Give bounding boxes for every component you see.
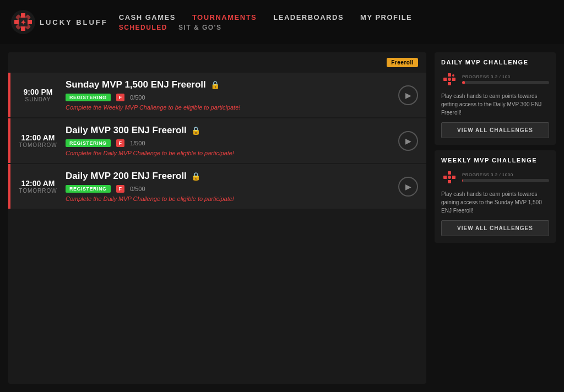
daily-progress-bar-bg [462, 81, 549, 84]
weekly-view-challenges-button[interactable]: VIEW ALL CHALLENGES [441, 220, 549, 236]
daily-progress-section: PROGRESS 3.2 / 100 [462, 74, 549, 84]
tournament-row: 9:00 PM SUNDAY Sunday MVP 1,500 ENJ Free… [8, 73, 426, 117]
logo-icon: ✦ [11, 10, 35, 34]
main-layout: Freeroll 9:00 PM SUNDAY Sunday MVP 1,500… [0, 44, 564, 392]
nav-row-main: CASH GAMES TOURNAMENTS LEADERBOARDS MY P… [119, 13, 413, 21]
nav-row-sub: SCHEDULED SIT & GO'S [119, 24, 222, 31]
weekly-challenge-title: WEEKLY MVP CHALLENGE [441, 157, 549, 164]
tournament-row-3: 12:00 AM TOMORROW Daily MVP 200 ENJ Free… [8, 164, 426, 209]
time-day-1: SUNDAY [25, 96, 51, 102]
freeroll-filter-badge[interactable]: Freeroll [387, 58, 418, 67]
daily-view-challenges-button[interactable]: VIEW ALL CHALLENGES [441, 122, 549, 138]
logo-text: LUCKY BLUFF [40, 18, 108, 26]
freeroll-badge-3: F [116, 185, 125, 193]
daily-challenge-card: DAILY MVP CHALLENGE PROGRESS 3.2 / 100 [435, 52, 556, 145]
weekly-progress-bar-fill [462, 179, 463, 182]
header: ✦ LUCKY BLUFF CASH GAMES TOURNAMENTS LEA… [0, 0, 564, 44]
daily-challenge-logo [441, 71, 458, 88]
tournament-list-panel: Freeroll 9:00 PM SUNDAY Sunday MVP 1,500… [8, 52, 426, 384]
nav-my-profile[interactable]: MY PROFILE [360, 13, 412, 21]
play-button-2[interactable]: ▶ [398, 131, 418, 151]
registering-badge-3: REGISTERING [66, 185, 111, 193]
tournament-title-1: Sunday MVP 1,500 ENJ Freeroll 🔒 [66, 79, 393, 90]
lock-icon-3: 🔒 [191, 172, 200, 181]
tournament-title-3: Daily MVP 200 ENJ Freeroll 🔒 [66, 171, 393, 182]
tournament-meta-1: REGISTERING F 0/500 [66, 94, 393, 101]
nav-tournaments[interactable]: TOURNAMENTS [192, 13, 257, 21]
weekly-challenge-progress-row: PROGRESS 3.2 / 1000 [441, 169, 549, 186]
tournament-time-3: 12:00 AM TOMORROW [19, 171, 57, 202]
lock-icon-2: 🔒 [191, 126, 200, 135]
nav-sub-scheduled[interactable]: SCHEDULED [119, 24, 167, 31]
registering-badge-2: REGISTERING [66, 139, 111, 147]
lock-icon-1: 🔒 [210, 80, 220, 89]
play-button-1[interactable]: ▶ [398, 85, 418, 105]
daily-progress-label: PROGRESS 3.2 / 100 [462, 74, 549, 79]
challenges-panel: DAILY MVP CHALLENGE PROGRESS 3.2 / 100 [435, 52, 556, 384]
daily-challenge-progress-row: PROGRESS 3.2 / 100 [441, 71, 549, 88]
svg-point-13 [448, 78, 451, 81]
daily-challenge-title: DAILY MVP CHALLENGE [441, 59, 549, 66]
svg-point-14 [452, 74, 454, 77]
time-value-2: 12:00 AM [21, 133, 55, 142]
freeroll-badge-2: F [116, 139, 125, 147]
weekly-challenge-logo [441, 169, 458, 186]
play-button-3[interactable]: ▶ [398, 177, 418, 197]
daily-progress-bar-fill [462, 81, 465, 84]
tournament-note-3: Complete the Daily MVP Challenge to be e… [66, 195, 393, 202]
participants-3: 0/500 [130, 186, 145, 192]
tournament-info-3: Daily MVP 200 ENJ Freeroll 🔒 REGISTERING… [66, 171, 393, 202]
tournament-info-1: Sunday MVP 1,500 ENJ Freeroll 🔒 REGISTER… [66, 79, 393, 111]
weekly-progress-bar-bg [462, 179, 549, 182]
nav-sub-sitgo[interactable]: SIT & GO'S [178, 24, 222, 31]
tournament-time-1: 9:00 PM SUNDAY [19, 79, 57, 111]
nav-cash-games[interactable]: CASH GAMES [119, 13, 176, 21]
filter-bar: Freeroll [8, 52, 426, 73]
svg-text:✦: ✦ [20, 19, 26, 26]
daily-challenge-desc: Play cash hands to earn points towards g… [441, 92, 549, 117]
time-day-2: TOMORROW [19, 142, 57, 148]
svg-point-19 [448, 176, 451, 179]
tournament-title-2: Daily MVP 300 ENJ Freeroll 🔒 [66, 125, 393, 136]
tournament-meta-2: REGISTERING F 1/500 [66, 139, 393, 147]
participants-2: 1/500 [130, 140, 145, 146]
freeroll-badge-1: F [116, 94, 125, 101]
weekly-challenge-desc: Play cash hands to earn points towards g… [441, 190, 549, 215]
time-value-3: 12:00 AM [21, 179, 55, 188]
time-value-1: 9:00 PM [24, 88, 53, 96]
tournament-note-1: Complete the Weekly MVP Challenge to be … [66, 104, 393, 111]
navigation: CASH GAMES TOURNAMENTS LEADERBOARDS MY P… [119, 13, 413, 31]
tournament-time-2: 12:00 AM TOMORROW [19, 125, 57, 156]
time-day-3: TOMORROW [19, 188, 57, 194]
tournament-note-2: Complete the Daily MVP Challenge to be e… [66, 150, 393, 156]
logo[interactable]: ✦ LUCKY BLUFF [11, 10, 108, 34]
nav-leaderboards[interactable]: LEADERBOARDS [273, 13, 344, 21]
participants-1: 0/500 [130, 94, 145, 101]
weekly-progress-section: PROGRESS 3.2 / 1000 [462, 172, 549, 182]
tournament-info-2: Daily MVP 300 ENJ Freeroll 🔒 REGISTERING… [66, 125, 393, 156]
tournament-meta-3: REGISTERING F 0/500 [66, 185, 393, 193]
tournament-row-2: 12:00 AM TOMORROW Daily MVP 300 ENJ Free… [8, 118, 426, 163]
weekly-challenge-card: WEEKLY MVP CHALLENGE PROGRESS 3.2 / 1000 [435, 150, 556, 243]
registering-badge-1: REGISTERING [66, 94, 111, 101]
weekly-progress-label: PROGRESS 3.2 / 1000 [462, 172, 549, 177]
